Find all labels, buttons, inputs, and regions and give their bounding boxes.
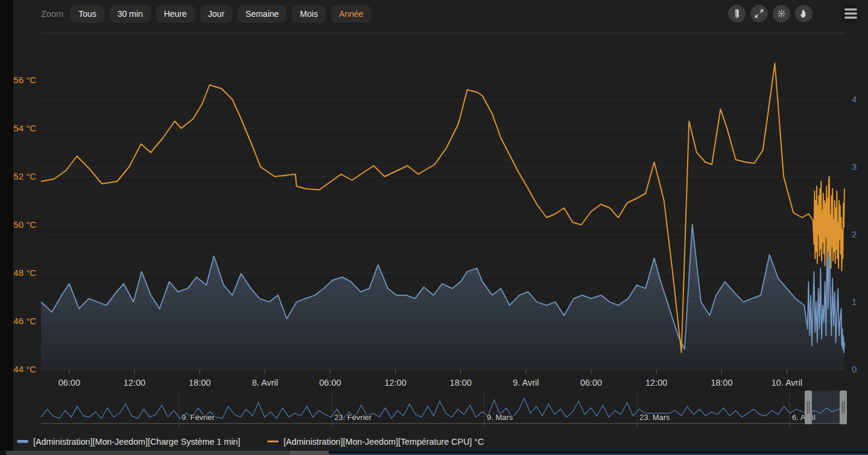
zoom-range-button-semaine[interactable]: Semaine [238, 5, 287, 23]
zoom-range-button-jour[interactable]: Jour [200, 5, 232, 23]
right-axis-tick-label: 0 [852, 364, 857, 374]
legend-label-load: [Administration][Mon-Jeedom][Charge Syst… [33, 437, 240, 447]
x-axis-tick-label: 12:00 [645, 378, 667, 388]
zoom-buttons-group: Tous30 minHeureJourSemaineMoisAnnée [71, 5, 371, 23]
legend-item-temperature[interactable]: [Administration][Mon-Jeedom][Température… [267, 436, 484, 447]
pointer-tool-button[interactable] [795, 5, 813, 22]
left-axis-tick-label: 46 °C [13, 316, 36, 326]
range-selector-toolbar: Zoom Tous30 minHeureJourSemaineMoisAnnée [41, 5, 371, 23]
bottom-scrollbar[interactable] [0, 451, 868, 455]
left-axis-tick-label: 48 °C [13, 268, 36, 278]
zoom-range-button-mois[interactable]: Mois [292, 5, 326, 23]
legend-label-temperature: [Administration][Mon-Jeedom][Température… [284, 437, 484, 447]
right-axis-tick-label: 4 [852, 94, 857, 104]
snowflake-tool-button[interactable] [773, 5, 790, 22]
left-axis-tick-label: 54 °C [13, 123, 36, 133]
legend-item-load[interactable]: [Administration][Mon-Jeedom][Charge Syst… [17, 436, 240, 447]
x-axis-tick-label: 18:00 [450, 378, 472, 388]
right-axis-tick-label: 1 [852, 297, 857, 307]
x-axis-tick-label: 18:00 [189, 378, 211, 388]
x-axis-tick-label: 8. Avril [252, 378, 278, 388]
scrollbar-corner [0, 451, 6, 455]
x-axis-tick-label: 18:00 [711, 378, 732, 388]
expand-arrows-icon [754, 8, 764, 19]
x-axis-tick-label: 9. Avril [513, 378, 539, 388]
x-axis-tick-label: 10. Avril [771, 378, 802, 388]
navigator-date-label: 23. Février [334, 413, 372, 422]
zoom-label: Zoom [41, 9, 63, 19]
left-axis-tick-label: 52 °C [13, 171, 36, 181]
ruler-tool-button[interactable] [728, 5, 746, 22]
expand-tool-button[interactable] [750, 5, 768, 22]
x-axis-tick-label: 06:00 [580, 378, 602, 388]
context-menu-button[interactable] [841, 4, 861, 24]
scrollbar-track-left[interactable] [6, 451, 290, 455]
navigator-date-label: 9. Février [182, 413, 215, 422]
chart-tools-group [728, 5, 813, 22]
chart-panel: 44 °C46 °C48 °C50 °C52 °C54 °C56 °C01234… [0, 0, 868, 455]
scrollbar-track-right[interactable] [329, 451, 868, 455]
zoom-range-button-tous[interactable]: Tous [71, 5, 104, 23]
zoom-range-button-heure[interactable]: Heure [156, 5, 195, 23]
navigator-right-handle[interactable] [840, 391, 847, 424]
temperature-series-swatch [267, 441, 279, 442]
load-series-swatch [17, 440, 28, 443]
load-area-fill [41, 224, 844, 369]
left-axis-tick-label: 56 °C [13, 75, 36, 85]
left-axis-tick-label: 50 °C [13, 219, 36, 230]
snowflake-icon [776, 8, 787, 19]
chart-canvas[interactable]: 44 °C46 °C48 °C50 °C52 °C54 °C56 °C01234… [0, 0, 868, 455]
hamburger-menu-icon [844, 8, 857, 19]
x-axis-tick-label: 12:00 [124, 378, 145, 388]
hand-pointer-icon [799, 8, 809, 19]
x-axis-tick-label: 12:00 [384, 378, 406, 388]
right-axis-tick-label: 3 [852, 162, 857, 172]
left-axis-tick-label: 44 °C [13, 364, 36, 374]
zoom-range-button-année[interactable]: Année [331, 5, 371, 23]
navigator-series-line [41, 398, 844, 418]
navigator-left-handle[interactable] [805, 391, 812, 424]
x-axis-tick-label: 06:00 [319, 378, 341, 388]
x-axis-tick-label: 06:00 [59, 378, 80, 388]
scrollbar-thumb[interactable] [290, 451, 329, 455]
navigator-date-label: 23. Mars [639, 413, 670, 422]
right-axis-tick-label: 2 [852, 229, 857, 239]
zoom-range-button-30-min[interactable]: 30 min [110, 5, 151, 23]
ruler-icon [732, 8, 742, 19]
navigator-date-label: 9. Mars [487, 413, 513, 422]
